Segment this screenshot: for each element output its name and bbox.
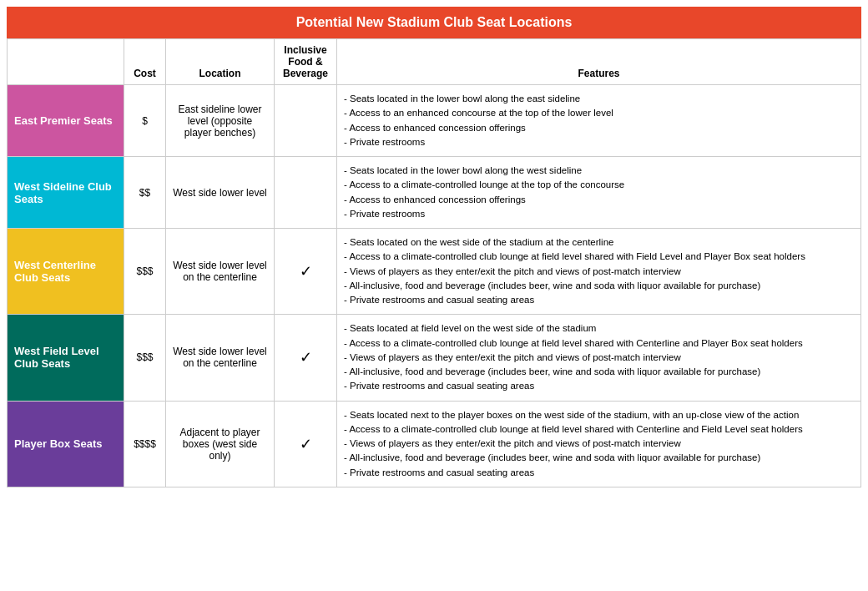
feature-line: - Seats located in the lower bowl along … (344, 164, 854, 178)
location-west-centerline: West side lower level on the centerline (166, 229, 275, 315)
feature-line: - All-inclusive, food and beverage (incl… (344, 279, 854, 293)
feature-line: - Private restrooms and casual seating a… (344, 466, 854, 480)
page-wrapper: Potential New Stadium Club Seat Location… (0, 0, 868, 494)
feature-line: - Private restrooms (344, 135, 854, 149)
ifb-west-sideline (275, 157, 337, 229)
seat-type-east-premier: East Premier Seats (8, 85, 124, 157)
seat-type-west-field: West Field Level Club Seats (8, 315, 124, 401)
checkmark-west-field: ✓ (300, 349, 312, 366)
location-player-box: Adjacent to player boxes (west side only… (166, 401, 275, 487)
ifb-player-box: ✓ (275, 401, 337, 487)
features-player-box: - Seats located next to the player boxes… (337, 401, 861, 487)
main-table: Cost Location Inclusive Food & Beverage … (7, 38, 861, 487)
cost-west-field: $$$ (124, 315, 166, 401)
ifb-east-premier (275, 85, 337, 157)
feature-line: - Access to an enhanced concourse at the… (344, 106, 854, 120)
page-title: Potential New Stadium Club Seat Location… (7, 7, 861, 38)
features-west-centerline: - Seats located on the west side of the … (337, 229, 861, 315)
header-location: Location (166, 39, 275, 85)
seat-type-player-box: Player Box Seats (8, 401, 124, 487)
feature-line: - Access to a climate-controlled club lo… (344, 250, 854, 264)
features-west-sideline: - Seats located in the lower bowl along … (337, 157, 861, 229)
feature-line: - Private restrooms (344, 207, 854, 221)
feature-line: - Access to a climate-controlled lounge … (344, 178, 854, 192)
seat-type-west-sideline: West Sideline Club Seats (8, 157, 124, 229)
feature-line: - Seats located next to the player boxes… (344, 408, 854, 422)
feature-line: - Seats located on the west side of the … (344, 235, 854, 250)
feature-line: - Views of players as they enter/exit th… (344, 351, 854, 365)
header-seat-type (8, 39, 124, 85)
feature-line: - Access to a climate-controlled club lo… (344, 422, 854, 437)
checkmark-player-box: ✓ (300, 436, 312, 452)
features-west-field: - Seats located at field level on the we… (337, 315, 861, 401)
features-east-premier: - Seats located in the lower bowl along … (337, 85, 861, 157)
feature-line: - Access to a climate-controlled club lo… (344, 336, 854, 351)
checkmark-west-centerline: ✓ (300, 263, 312, 280)
location-west-field: West side lower level on the centerline (166, 315, 275, 401)
feature-line: - Private restrooms and casual seating a… (344, 293, 854, 307)
ifb-west-field: ✓ (275, 315, 337, 401)
seat-type-west-centerline: West Centerline Club Seats (8, 229, 124, 315)
location-west-sideline: West side lower level (166, 157, 275, 229)
feature-line: - All-inclusive, food and beverage (incl… (344, 451, 854, 465)
cost-west-sideline: $$ (124, 157, 166, 229)
header-ifb: Inclusive Food & Beverage (275, 39, 337, 85)
feature-line: - Seats located at field level on the we… (344, 321, 854, 336)
cost-west-centerline: $$$ (124, 229, 166, 315)
cost-player-box: $$$$ (124, 401, 166, 487)
feature-line: - Views of players as they enter/exit th… (344, 265, 854, 279)
cost-east-premier: $ (124, 85, 166, 157)
feature-line: - Views of players as they enter/exit th… (344, 437, 854, 451)
feature-line: - Seats located in the lower bowl along … (344, 92, 854, 106)
feature-line: - Access to enhanced concession offering… (344, 193, 854, 207)
feature-line: - Access to enhanced concession offering… (344, 121, 854, 135)
location-east-premier: East sideline lower level (opposite play… (166, 85, 275, 157)
header-cost: Cost (124, 39, 166, 85)
ifb-west-centerline: ✓ (275, 229, 337, 315)
feature-line: - Private restrooms and casual seating a… (344, 379, 854, 393)
feature-line: - All-inclusive, food and beverage (incl… (344, 365, 854, 379)
header-features: Features (337, 39, 861, 85)
